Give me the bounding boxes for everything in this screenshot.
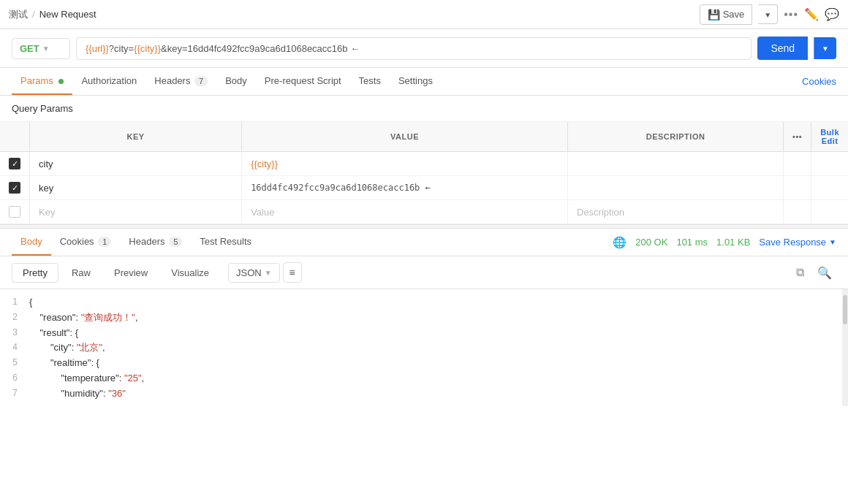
cookies-response-badge: 1 (98, 237, 111, 247)
project-name[interactable]: 测试 (9, 8, 28, 21)
check-icon: ✓ (12, 159, 18, 169)
response-tab-headers[interactable]: Headers 5 (120, 229, 191, 256)
new-row-checkbox-cell[interactable] (0, 200, 30, 224)
tab-authorization-label: Authorization (81, 75, 137, 86)
params-dot (58, 79, 64, 84)
tab-params[interactable]: Params (12, 68, 72, 95)
send-button[interactable]: Send (757, 37, 808, 60)
code-line-5: 5 "realtime": { (0, 356, 848, 371)
tab-headers[interactable]: Headers 7 (145, 68, 216, 95)
format-tab-raw[interactable]: Raw (61, 264, 101, 282)
send-dropdown-button[interactable]: ▼ (814, 37, 836, 59)
line-number: 2 (0, 310, 29, 326)
line-content: "result": { (29, 326, 848, 341)
code-line-7: 7 "humidity": "36" (0, 386, 848, 402)
tab-body-label: Body (225, 75, 247, 86)
wrap-icon: ≡ (289, 267, 295, 278)
cookies-label: Cookies (802, 76, 836, 87)
search-response-button[interactable]: 🔍 (813, 264, 836, 281)
response-size: 1.01 KB (716, 237, 750, 248)
row1-key[interactable]: city (30, 152, 242, 176)
col-more-icon[interactable]: ••• (792, 132, 802, 141)
response-status-bar: 🌐 200 OK 101 ms 1.01 KB Save Response ▼ (613, 236, 836, 249)
globe-icon: 🌐 (613, 236, 626, 249)
tab-settings-label: Settings (398, 75, 433, 86)
url-bar: GET ▼ {{url}}?city={{city}}&key=16dd4fc4… (0, 29, 848, 68)
row1-value[interactable]: {{city}} (242, 152, 568, 176)
response-tab-body[interactable]: Body (12, 229, 51, 256)
row2-value[interactable]: 16dd4fc492fcc9a9ca6d1068ecacc16b ← (242, 176, 568, 200)
scrollbar-thumb[interactable] (843, 295, 847, 324)
topbar-actions: 💾 Save ▼ ••• ✏️ 💬 (700, 4, 839, 25)
format-type-chevron-icon: ▼ (265, 269, 272, 277)
save-dropdown-button[interactable]: ▼ (758, 4, 778, 24)
wrap-button[interactable]: ≡ (283, 262, 302, 283)
line-number: 3 (0, 326, 29, 341)
format-tab-preview[interactable]: Preview (104, 264, 158, 282)
headers-badge: 7 (194, 76, 208, 86)
row2-description[interactable] (568, 176, 784, 200)
tab-settings[interactable]: Settings (390, 68, 442, 95)
row1-checkbox-cell[interactable]: ✓ (0, 152, 30, 176)
response-time: 101 ms (676, 237, 708, 248)
response-tab-body-label: Body (20, 236, 42, 247)
tab-params-label: Params (20, 75, 53, 86)
params-table: KEY VALUE DESCRIPTION ••• Bulk Edit ✓ ci… (0, 122, 848, 224)
breadcrumb: 测试 / New Request (9, 8, 700, 21)
format-type-selector[interactable]: JSON ▼ (228, 263, 280, 283)
format-actions: ⧉ 🔍 (792, 264, 836, 281)
copy-button[interactable]: ⧉ (792, 264, 809, 281)
more-options-button[interactable]: ••• (784, 8, 798, 21)
url-input[interactable]: {{url}}?city={{city}}&key=16dd4fc492fcc9… (76, 37, 752, 60)
format-tab-visualize[interactable]: Visualize (161, 264, 219, 282)
send-chevron-icon: ▼ (822, 45, 829, 53)
table-row: ✓ key 16dd4fc492fcc9a9ca6d1068ecacc16b ← (0, 176, 848, 200)
save-response-button[interactable]: Save Response ▼ (759, 237, 836, 248)
format-tab-preview-label: Preview (114, 267, 148, 278)
new-row-checkbox[interactable] (9, 206, 20, 218)
row1-checkbox[interactable]: ✓ (9, 158, 20, 169)
headers-response-badge: 5 (169, 237, 182, 247)
response-tab-cookies[interactable]: Cookies 1 (51, 229, 121, 256)
url-var-city: {{city}} (134, 43, 161, 54)
copy-icon: ⧉ (796, 266, 804, 278)
code-line-3: 3 "result": { (0, 326, 848, 341)
code-line-4: 4 "city": "北京", (0, 340, 848, 356)
save-response-label: Save Response (759, 237, 826, 248)
line-number: 1 (0, 295, 29, 310)
new-row-value[interactable]: Value (242, 200, 568, 224)
line-number: 7 (0, 386, 29, 402)
line-content: "reason": "查询成功！", (29, 310, 848, 326)
row2-actions (784, 176, 811, 200)
request-name: New Request (39, 9, 96, 20)
row2-checkbox-cell[interactable]: ✓ (0, 176, 30, 200)
tab-pre-request[interactable]: Pre-request Script (256, 68, 350, 95)
checkbox-header (0, 122, 30, 152)
row2-key[interactable]: key (30, 176, 242, 200)
query-params-title: Query Params (0, 96, 848, 122)
scrollbar-track[interactable] (842, 289, 848, 406)
comment-button[interactable]: 💬 (825, 7, 839, 21)
save-button[interactable]: 💾 Save (700, 4, 753, 25)
format-tab-raw-label: Raw (72, 267, 91, 278)
format-tab-pretty[interactable]: Pretty (12, 263, 58, 283)
new-row-key[interactable]: Key (30, 200, 242, 224)
row2-checkbox[interactable]: ✓ (9, 182, 20, 194)
send-label: Send (771, 42, 795, 54)
tab-headers-label: Headers (154, 75, 190, 86)
response-code-area: 1 { 2 "reason": "查询成功！", 3 "result": { 4… (0, 289, 848, 406)
tab-authorization[interactable]: Authorization (72, 68, 145, 95)
new-row-actions (784, 200, 811, 224)
bulk-edit-header[interactable]: Bulk Edit (811, 122, 848, 152)
response-body: 1 { 2 "reason": "查询成功！", 3 "result": { 4… (0, 289, 848, 406)
method-selector[interactable]: GET ▼ (12, 38, 70, 59)
line-number: 6 (0, 371, 29, 386)
new-row-description[interactable]: Description (568, 200, 784, 224)
cookies-link[interactable]: Cookies (802, 76, 836, 87)
edit-button[interactable]: ✏️ (804, 7, 819, 21)
row1-description[interactable] (568, 152, 784, 176)
tab-pre-request-label: Pre-request Script (265, 75, 341, 86)
response-tab-test-results[interactable]: Test Results (191, 229, 260, 256)
tab-tests[interactable]: Tests (350, 68, 390, 95)
tab-body[interactable]: Body (216, 68, 256, 95)
